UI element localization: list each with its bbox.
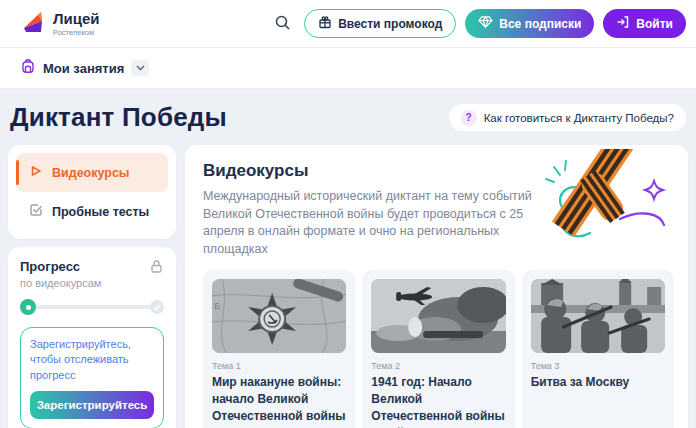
register-prompt-box: Зарегистрируйтесь, чтобы отслеживать про… bbox=[20, 327, 164, 428]
page-root: Лицей Ростелеком Ввести про bbox=[0, 0, 696, 428]
topic-card-3[interactable]: Тема 3 Битва за Москву bbox=[522, 270, 674, 428]
progress-header: Прогресс по видеокурсам bbox=[20, 259, 164, 289]
header-actions: Ввести промокод Все подписки Войти bbox=[270, 9, 686, 38]
topic-thumbnail-plane-attack bbox=[371, 279, 505, 353]
page-title: Диктант Победы bbox=[10, 102, 227, 133]
promo-code-button[interactable]: Ввести промокод bbox=[304, 9, 456, 38]
progress-card: Прогресс по видеокурсам bbox=[8, 247, 176, 428]
topic-title: 1941 год: Начало Великой Отечественной в… bbox=[371, 374, 505, 428]
register-note: Зарегистрируйтесь, чтобы отслеживать про… bbox=[30, 337, 154, 383]
logo[interactable]: Лицей Ростелеком bbox=[20, 9, 100, 39]
gem-icon bbox=[478, 15, 493, 32]
videocourses-panel: Видеокурсы Международный исторический ди… bbox=[185, 145, 688, 428]
topic-tag: Тема 2 bbox=[371, 361, 505, 371]
topic-thumbnail-moscow-battle bbox=[531, 279, 665, 353]
promo-code-label: Ввести промокод bbox=[338, 17, 442, 31]
login-icon bbox=[616, 15, 630, 32]
sidebar-item-label: Видеокурсы bbox=[52, 166, 130, 180]
topic-thumbnail-order-star: Б bbox=[212, 279, 346, 353]
help-link[interactable]: ? Как готовиться к Диктанту Победы? bbox=[449, 104, 686, 131]
my-classes-menu[interactable]: Мои занятия bbox=[20, 58, 149, 78]
search-icon bbox=[274, 14, 291, 34]
question-mark-icon: ? bbox=[461, 110, 477, 126]
sidebar-nav-card: Видеокурсы Пробные тесты bbox=[8, 145, 176, 239]
svg-text:Б: Б bbox=[214, 301, 220, 311]
help-link-label: Как готовиться к Диктанту Победы? bbox=[484, 112, 674, 124]
logo-text: Лицей Ростелеком bbox=[53, 11, 100, 37]
topic-card-2[interactable]: Тема 2 1941 год: Начало Великой Отечеств… bbox=[362, 270, 514, 428]
topic-tag: Тема 3 bbox=[531, 361, 665, 371]
logo-icon bbox=[20, 9, 46, 39]
progress-slider[interactable] bbox=[20, 299, 164, 315]
register-button[interactable]: Зарегистрируйтесь bbox=[30, 391, 154, 419]
gift-icon bbox=[318, 15, 332, 32]
all-subscriptions-button[interactable]: Все подписки bbox=[465, 9, 594, 38]
logo-title: Лицей bbox=[53, 11, 100, 26]
top-header: Лицей Ростелеком Ввести про bbox=[0, 0, 696, 48]
progress-track bbox=[22, 305, 162, 309]
topics-grid: Б Тема 1 Мир накануне войны: начало Вели… bbox=[203, 270, 674, 428]
all-subscriptions-label: Все подписки bbox=[499, 17, 581, 31]
topic-title: Битва за Москву bbox=[531, 374, 665, 391]
subheader: Мои занятия bbox=[0, 48, 696, 89]
page-title-row: Диктант Победы ? Как готовиться к Диктан… bbox=[0, 89, 696, 145]
lock-icon bbox=[149, 259, 164, 278]
section-description: Международный исторический диктант на те… bbox=[203, 188, 565, 258]
topic-card-1[interactable]: Б Тема 1 Мир накануне войны: начало Вели… bbox=[203, 270, 355, 428]
checkbox-check-icon bbox=[29, 203, 43, 220]
progress-subtitle: по видеокурсам bbox=[20, 277, 101, 289]
section-title: Видеокурсы bbox=[203, 161, 674, 181]
logo-subtitle: Ростелеком bbox=[53, 28, 100, 37]
login-button[interactable]: Войти bbox=[603, 9, 686, 38]
topic-title: Мир накануне войны: начало Великой Отече… bbox=[212, 374, 346, 425]
search-button[interactable] bbox=[270, 10, 295, 38]
sidebar-item-videocourses[interactable]: Видеокурсы bbox=[16, 153, 168, 192]
play-icon bbox=[29, 164, 43, 181]
my-classes-label: Мои занятия bbox=[43, 61, 124, 76]
sidebar: Видеокурсы Пробные тесты Прогресс bbox=[8, 145, 176, 428]
progress-handle[interactable] bbox=[20, 299, 36, 315]
sidebar-item-trial-tests[interactable]: Пробные тесты bbox=[16, 192, 168, 231]
backpack-icon bbox=[20, 58, 36, 78]
login-label: Войти bbox=[636, 17, 673, 31]
topic-tag: Тема 1 bbox=[212, 361, 346, 371]
chevron-down-icon bbox=[131, 60, 149, 76]
progress-title: Прогресс bbox=[20, 259, 101, 274]
content-columns: Видеокурсы Пробные тесты Прогресс bbox=[0, 145, 696, 428]
progress-end-check-icon bbox=[150, 300, 164, 314]
sidebar-item-label: Пробные тесты bbox=[52, 205, 149, 219]
